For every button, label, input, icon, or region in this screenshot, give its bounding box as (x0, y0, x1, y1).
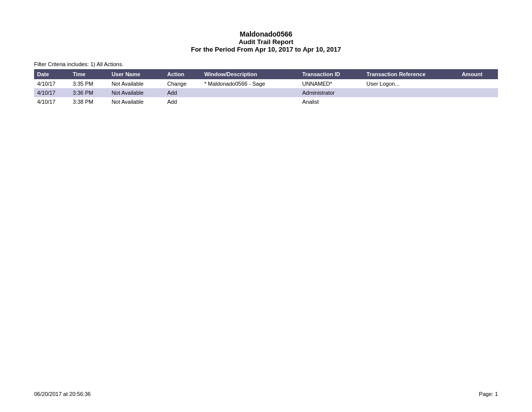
table-row: 4/10/173:38 PMNot AvailableAddAnalist (34, 97, 498, 106)
col-transaction-reference: Transaction Reference (364, 69, 459, 79)
table-cell: 3:35 PM (70, 79, 108, 88)
table-cell (459, 97, 498, 106)
report-footer: 06/20/2017 at 20:56:36 Page: 1 (34, 391, 498, 397)
footer-timestamp: 06/20/2017 at 20:56:36 (34, 391, 91, 397)
table-cell (201, 97, 300, 106)
table-cell: 3:36 PM (70, 88, 108, 97)
table-header-row: Date Time User Name Action Window/Descri… (34, 69, 498, 79)
table-cell: 4/10/17 (34, 79, 70, 88)
table-row: 4/10/173:36 PMNot AvailableAddAdministra… (34, 88, 498, 97)
table-cell: 4/10/17 (34, 97, 70, 106)
table-cell: 4/10/17 (34, 88, 70, 97)
table-cell: Analist (299, 97, 363, 106)
table-cell: Add (164, 97, 201, 106)
table-cell: User Logon... (364, 79, 459, 88)
filter-criteria: Filter Criteria includes: 1) All Actions… (34, 61, 498, 67)
table-cell: Not Available (109, 97, 164, 106)
table-cell (364, 88, 459, 97)
table-body: 4/10/173:35 PMNot AvailableChange* Maldo… (34, 79, 498, 106)
table-cell: UNNAMED* (299, 79, 363, 88)
col-window-description: Window/Description (201, 69, 300, 79)
table-cell (201, 88, 300, 97)
audit-table: Date Time User Name Action Window/Descri… (34, 69, 498, 106)
report-subtitle: Audit Trail Report (0, 38, 532, 46)
col-transaction-id: Transaction ID (299, 69, 363, 79)
table-cell: Change (164, 79, 201, 88)
table-cell: Not Available (109, 79, 164, 88)
table-cell (364, 97, 459, 106)
footer-page: Page: 1 (479, 391, 498, 397)
report-title: Maldonado0566 (0, 30, 532, 38)
table-cell: 3:38 PM (70, 97, 108, 106)
col-date: Date (34, 69, 70, 79)
report-header: Maldonado0566 Audit Trail Report For the… (0, 0, 532, 58)
table-cell: Add (164, 88, 201, 97)
table-cell: * Maldonado0566 - Sage (201, 79, 300, 88)
col-amount: Amount (459, 69, 498, 79)
report-period: For the Period From Apr 10, 2017 to Apr … (0, 46, 532, 53)
table-cell (459, 79, 498, 88)
col-time: Time (70, 69, 108, 79)
col-user-name: User Name (109, 69, 164, 79)
col-action: Action (164, 69, 201, 79)
table-row: 4/10/173:35 PMNot AvailableChange* Maldo… (34, 79, 498, 88)
table-cell: Administrator (299, 88, 363, 97)
table-cell (459, 88, 498, 97)
table-cell: Not Available (109, 88, 164, 97)
